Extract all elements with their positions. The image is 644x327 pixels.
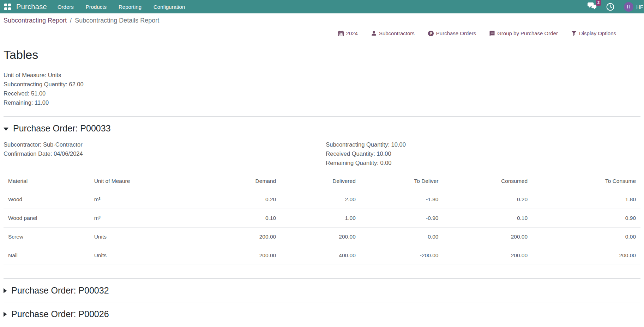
menu-orders[interactable]: Orders bbox=[58, 4, 74, 10]
filter-group-by-label: Group by Purchase Order bbox=[497, 30, 558, 36]
cell-to-deliver: -1.80 bbox=[360, 190, 443, 209]
section-divider bbox=[4, 278, 640, 279]
cell-to-deliver: -0.90 bbox=[360, 209, 443, 228]
cell-demand: 200.00 bbox=[194, 246, 281, 265]
filter-purchase-orders-label: Purchase Orders bbox=[436, 30, 476, 36]
navbar-right: 2 H HF bbox=[588, 2, 644, 12]
report-summary: Unit of Measure: Units Subcontracting Qu… bbox=[4, 70, 640, 107]
user-menu[interactable]: H HF bbox=[624, 2, 644, 12]
info-subcontracting-qty: Subcontracting Quantity: 10.00 bbox=[326, 140, 406, 149]
purchase-order-info: Subcontractor: Sub-Contractor Confirmati… bbox=[4, 140, 640, 167]
cell-to-deliver: -200.00 bbox=[360, 246, 443, 265]
cell-delivered: 2.00 bbox=[281, 190, 360, 209]
section-title: Purchase Order: P00033 bbox=[13, 123, 111, 134]
info-confirmation-date: Confirmation Date: 04/06/2024 bbox=[4, 149, 326, 158]
col-header-unit-of-measure: Unit of Meaure bbox=[90, 172, 195, 190]
col-header-to-consume: To Consume bbox=[532, 172, 640, 190]
cell-to-deliver: 0.00 bbox=[360, 228, 443, 246]
menu-configuration[interactable]: Configuration bbox=[154, 4, 185, 10]
cell-to-consume: 200.00 bbox=[532, 246, 640, 265]
section-header-p00033[interactable]: Purchase Order: P00033 bbox=[4, 123, 640, 134]
table-row: Nail Units 200.00 400.00 -200.00 200.00 … bbox=[4, 246, 640, 265]
filter-subcontractors-label: Subcontractors bbox=[379, 30, 415, 36]
report-content: Tables Unit of Measure: Units Subcontrac… bbox=[0, 48, 644, 319]
purchase-order-icon: P bbox=[428, 31, 434, 36]
activities-button[interactable] bbox=[606, 3, 614, 11]
section-title: Purchase Order: P00032 bbox=[11, 285, 109, 296]
cell-delivered: 200.00 bbox=[281, 228, 360, 246]
breadcrumb: Subcontracting Report / Subcontracting D… bbox=[0, 13, 644, 26]
col-header-demand: Demand bbox=[194, 172, 281, 190]
materials-table: Material Unit of Meaure Demand Delivered… bbox=[4, 172, 640, 265]
purchase-order-info-left: Subcontractor: Sub-Contractor Confirmati… bbox=[4, 140, 326, 167]
table-header-row: Material Unit of Meaure Demand Delivered… bbox=[4, 172, 640, 190]
info-received-qty: Received Quantity: 10.00 bbox=[326, 149, 406, 158]
table-row: Screw Units 200.00 200.00 0.00 200.00 0.… bbox=[4, 228, 640, 246]
user-icon bbox=[371, 31, 377, 36]
summary-remaining: Remaining: 11.00 bbox=[4, 98, 640, 107]
col-header-delivered: Delivered bbox=[281, 172, 360, 190]
summary-received: Received: 51.00 bbox=[4, 89, 640, 98]
col-header-consumed: Consumed bbox=[443, 172, 532, 190]
cell-material: Screw bbox=[4, 228, 90, 246]
section-header-p00032[interactable]: Purchase Order: P00032 bbox=[4, 285, 640, 296]
cell-material: Wood panel bbox=[4, 209, 90, 228]
cell-uom: Units bbox=[90, 246, 195, 265]
cell-uom: m³ bbox=[90, 209, 195, 228]
cell-uom: Units bbox=[90, 228, 195, 246]
section-divider bbox=[4, 116, 640, 117]
user-name: HF bbox=[636, 4, 644, 10]
menu-products[interactable]: Products bbox=[86, 4, 107, 10]
main-menu: Orders Products Reporting Configuration bbox=[58, 4, 185, 10]
filter-display-options-label: Display Options bbox=[579, 30, 616, 36]
cell-demand: 200.00 bbox=[194, 228, 281, 246]
messages-button[interactable]: 2 bbox=[588, 2, 597, 11]
cell-demand: 0.10 bbox=[194, 209, 281, 228]
apps-grid-icon[interactable] bbox=[4, 4, 11, 10]
cell-demand: 0.20 bbox=[194, 190, 281, 209]
cell-consumed: 200.00 bbox=[443, 246, 532, 265]
clock-icon bbox=[606, 3, 614, 11]
cell-material: Nail bbox=[4, 246, 90, 265]
filter-purchase-orders[interactable]: P Purchase Orders bbox=[428, 30, 476, 36]
cell-to-consume: 0.90 bbox=[532, 209, 640, 228]
section-divider bbox=[4, 302, 640, 302]
filter-year[interactable]: 2024 bbox=[338, 30, 358, 36]
summary-uom: Unit of Measure: Units bbox=[4, 70, 640, 80]
filter-subcontractors[interactable]: Subcontractors bbox=[371, 30, 415, 36]
purchase-order-info-right: Subcontracting Quantity: 10.00 Received … bbox=[326, 140, 406, 167]
breadcrumb-separator: / bbox=[70, 17, 72, 24]
filter-toolbar: 2024 Subcontractors P Purchase Orders Gr… bbox=[0, 26, 644, 40]
col-header-material: Material bbox=[4, 172, 90, 190]
breadcrumb-parent-link[interactable]: Subcontracting Report bbox=[4, 17, 67, 24]
filter-funnel-icon bbox=[571, 31, 577, 36]
caret-right-icon bbox=[4, 288, 7, 293]
caret-down-icon bbox=[4, 128, 8, 131]
filter-display-options[interactable]: Display Options bbox=[571, 30, 616, 36]
page-title: Tables bbox=[4, 48, 640, 62]
app-name[interactable]: Purchase bbox=[16, 3, 47, 11]
top-navbar: Purchase Orders Products Reporting Confi… bbox=[0, 0, 644, 13]
calendar-icon bbox=[338, 31, 344, 36]
cell-consumed: 0.10 bbox=[443, 209, 532, 228]
table-row: Wood panel m³ 0.10 1.00 -0.90 0.10 0.90 bbox=[4, 209, 640, 228]
menu-reporting[interactable]: Reporting bbox=[119, 4, 142, 10]
filter-group-by-purchase-order[interactable]: Group by Purchase Order bbox=[489, 30, 558, 36]
cell-consumed: 200.00 bbox=[443, 228, 532, 246]
cell-delivered: 400.00 bbox=[281, 246, 360, 265]
info-remaining-qty: Remaining Quantity: 0.00 bbox=[326, 158, 406, 167]
cell-material: Wood bbox=[4, 190, 90, 209]
caret-right-icon bbox=[4, 312, 7, 317]
cell-uom: m³ bbox=[90, 190, 195, 209]
filter-year-label: 2024 bbox=[346, 30, 358, 36]
section-header-p00026[interactable]: Purchase Order: P00026 bbox=[4, 309, 640, 319]
info-subcontractor: Subcontractor: Sub-Contractor bbox=[4, 140, 326, 149]
book-icon bbox=[489, 31, 495, 36]
table-row: Wood m³ 0.20 2.00 -1.80 0.20 1.80 bbox=[4, 190, 640, 209]
cell-consumed: 0.20 bbox=[443, 190, 532, 209]
messages-count-badge: 2 bbox=[596, 0, 601, 6]
section-title: Purchase Order: P00026 bbox=[11, 309, 109, 319]
summary-subcontracting-qty: Subcontracting Quantity: 62.00 bbox=[4, 80, 640, 89]
svg-text:P: P bbox=[429, 31, 432, 35]
avatar: H bbox=[624, 2, 633, 12]
